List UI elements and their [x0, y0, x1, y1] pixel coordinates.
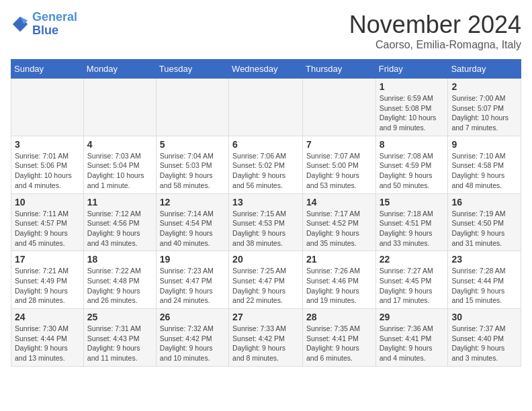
day-number: 9 [451, 139, 517, 150]
header-cell-friday: Friday [375, 60, 448, 79]
calendar-cell: 12Sunrise: 7:14 AM Sunset: 4:54 PM Dayli… [156, 193, 228, 251]
logo-icon [11, 15, 30, 34]
calendar-cell: 13Sunrise: 7:15 AM Sunset: 4:53 PM Dayli… [229, 193, 303, 251]
day-number: 1 [380, 81, 445, 92]
calendar-cell: 26Sunrise: 7:32 AM Sunset: 4:42 PM Dayli… [156, 309, 228, 367]
month-title: November 2024 [349, 11, 521, 39]
day-detail: Sunrise: 7:23 AM Sunset: 4:47 PM Dayligh… [160, 267, 214, 304]
day-detail: Sunrise: 7:01 AM Sunset: 5:06 PM Dayligh… [15, 152, 72, 189]
day-number: 6 [232, 139, 299, 150]
day-number: 23 [451, 254, 517, 265]
day-detail: Sunrise: 7:28 AM Sunset: 4:44 PM Dayligh… [451, 267, 505, 304]
day-detail: Sunrise: 7:18 AM Sunset: 4:51 PM Dayligh… [380, 210, 433, 247]
calendar-cell [303, 79, 376, 136]
day-number: 10 [15, 197, 80, 208]
day-detail: Sunrise: 7:07 AM Sunset: 5:00 PM Dayligh… [306, 152, 360, 189]
day-detail: Sunrise: 7:22 AM Sunset: 4:48 PM Dayligh… [87, 267, 141, 304]
day-detail: Sunrise: 7:25 AM Sunset: 4:47 PM Dayligh… [232, 267, 286, 304]
day-detail: Sunrise: 7:26 AM Sunset: 4:46 PM Dayligh… [306, 267, 360, 304]
calendar-header-row: SundayMondayTuesdayWednesdayThursdayFrid… [11, 60, 521, 79]
day-number: 22 [380, 254, 445, 265]
day-number: 25 [87, 312, 152, 322]
calendar-cell: 22Sunrise: 7:27 AM Sunset: 4:45 PM Dayli… [375, 251, 448, 309]
day-detail: Sunrise: 7:30 AM Sunset: 4:44 PM Dayligh… [15, 324, 69, 362]
header-cell-thursday: Thursday [303, 60, 376, 79]
calendar-cell: 10Sunrise: 7:11 AM Sunset: 4:57 PM Dayli… [11, 193, 84, 251]
header-cell-monday: Monday [83, 60, 156, 79]
calendar-cell [229, 79, 303, 136]
calendar-cell [83, 79, 156, 136]
day-detail: Sunrise: 7:21 AM Sunset: 4:49 PM Dayligh… [15, 267, 69, 304]
header-cell-sunday: Sunday [11, 60, 84, 79]
day-detail: Sunrise: 7:14 AM Sunset: 4:54 PM Dayligh… [160, 210, 214, 247]
day-detail: Sunrise: 7:32 AM Sunset: 4:42 PM Dayligh… [160, 324, 214, 362]
day-detail: Sunrise: 7:10 AM Sunset: 4:58 PM Dayligh… [451, 152, 505, 189]
day-detail: Sunrise: 7:04 AM Sunset: 5:03 PM Dayligh… [160, 152, 214, 189]
location-title: Caorso, Emilia-Romagna, Italy [349, 39, 521, 51]
page-header: General Blue November 2024 Caorso, Emili… [11, 11, 521, 51]
calendar-cell: 28Sunrise: 7:35 AM Sunset: 4:41 PM Dayli… [303, 309, 376, 367]
calendar-cell: 3Sunrise: 7:01 AM Sunset: 5:06 PM Daylig… [11, 136, 84, 193]
day-detail: Sunrise: 7:35 AM Sunset: 4:41 PM Dayligh… [306, 324, 360, 362]
day-number: 5 [160, 139, 225, 150]
day-number: 4 [87, 139, 152, 150]
calendar-cell: 4Sunrise: 7:03 AM Sunset: 5:04 PM Daylig… [83, 136, 156, 193]
calendar-cell: 25Sunrise: 7:31 AM Sunset: 4:43 PM Dayli… [83, 309, 156, 367]
day-detail: Sunrise: 7:06 AM Sunset: 5:02 PM Dayligh… [232, 152, 286, 189]
calendar-cell: 30Sunrise: 7:37 AM Sunset: 4:40 PM Dayli… [448, 309, 521, 367]
day-number: 7 [306, 139, 372, 150]
day-detail: Sunrise: 7:31 AM Sunset: 4:43 PM Dayligh… [87, 324, 141, 362]
day-number: 17 [15, 254, 80, 265]
logo-text: General Blue [32, 11, 77, 38]
calendar-cell: 6Sunrise: 7:06 AM Sunset: 5:02 PM Daylig… [229, 136, 303, 193]
day-detail: Sunrise: 7:37 AM Sunset: 4:40 PM Dayligh… [451, 324, 505, 362]
calendar-week-4: 17Sunrise: 7:21 AM Sunset: 4:49 PM Dayli… [11, 251, 521, 309]
day-number: 24 [15, 312, 80, 322]
calendar-cell: 21Sunrise: 7:26 AM Sunset: 4:46 PM Dayli… [303, 251, 376, 309]
calendar-cell: 5Sunrise: 7:04 AM Sunset: 5:03 PM Daylig… [156, 136, 228, 193]
svg-marker-0 [13, 17, 28, 32]
day-number: 27 [232, 312, 299, 322]
day-number: 3 [15, 139, 80, 150]
calendar-cell: 2Sunrise: 7:00 AM Sunset: 5:07 PM Daylig… [448, 79, 521, 136]
calendar-cell: 17Sunrise: 7:21 AM Sunset: 4:49 PM Dayli… [11, 251, 84, 309]
day-detail: Sunrise: 7:19 AM Sunset: 4:50 PM Dayligh… [451, 210, 505, 247]
calendar-body: 1Sunrise: 6:59 AM Sunset: 5:08 PM Daylig… [11, 79, 521, 367]
calendar-cell: 29Sunrise: 7:36 AM Sunset: 4:41 PM Dayli… [375, 309, 448, 367]
header-cell-saturday: Saturday [448, 60, 521, 79]
calendar-cell: 7Sunrise: 7:07 AM Sunset: 5:00 PM Daylig… [303, 136, 376, 193]
calendar-cell [11, 79, 84, 136]
calendar-cell: 14Sunrise: 7:17 AM Sunset: 4:52 PM Dayli… [303, 193, 376, 251]
day-detail: Sunrise: 7:00 AM Sunset: 5:07 PM Dayligh… [451, 94, 508, 132]
day-detail: Sunrise: 7:27 AM Sunset: 4:45 PM Dayligh… [380, 267, 433, 304]
day-number: 15 [380, 197, 445, 208]
day-number: 21 [306, 254, 372, 265]
calendar-cell: 15Sunrise: 7:18 AM Sunset: 4:51 PM Dayli… [375, 193, 448, 251]
title-block: November 2024 Caorso, Emilia-Romagna, It… [349, 11, 521, 51]
day-number: 19 [160, 254, 225, 265]
calendar-cell: 8Sunrise: 7:08 AM Sunset: 4:59 PM Daylig… [375, 136, 448, 193]
calendar-cell: 18Sunrise: 7:22 AM Sunset: 4:48 PM Dayli… [83, 251, 156, 309]
header-cell-tuesday: Tuesday [156, 60, 228, 79]
calendar-cell: 9Sunrise: 7:10 AM Sunset: 4:58 PM Daylig… [448, 136, 521, 193]
calendar-cell: 27Sunrise: 7:33 AM Sunset: 4:42 PM Dayli… [229, 309, 303, 367]
day-number: 2 [451, 81, 517, 92]
day-detail: Sunrise: 7:15 AM Sunset: 4:53 PM Dayligh… [232, 210, 286, 247]
calendar-cell: 23Sunrise: 7:28 AM Sunset: 4:44 PM Dayli… [448, 251, 521, 309]
calendar-week-5: 24Sunrise: 7:30 AM Sunset: 4:44 PM Dayli… [11, 309, 521, 367]
day-detail: Sunrise: 7:08 AM Sunset: 4:59 PM Dayligh… [380, 152, 433, 189]
day-detail: Sunrise: 7:33 AM Sunset: 4:42 PM Dayligh… [232, 324, 286, 362]
day-number: 20 [232, 254, 299, 265]
day-detail: Sunrise: 7:17 AM Sunset: 4:52 PM Dayligh… [306, 210, 360, 247]
day-detail: Sunrise: 7:12 AM Sunset: 4:56 PM Dayligh… [87, 210, 141, 247]
calendar-table: SundayMondayTuesdayWednesdayThursdayFrid… [11, 59, 521, 367]
day-number: 13 [232, 197, 299, 208]
day-number: 28 [306, 312, 372, 322]
day-number: 26 [160, 312, 225, 322]
day-number: 16 [451, 197, 517, 208]
day-detail: Sunrise: 7:11 AM Sunset: 4:57 PM Dayligh… [15, 210, 69, 247]
calendar-cell: 1Sunrise: 6:59 AM Sunset: 5:08 PM Daylig… [375, 79, 448, 136]
calendar-cell: 20Sunrise: 7:25 AM Sunset: 4:47 PM Dayli… [229, 251, 303, 309]
calendar-week-2: 3Sunrise: 7:01 AM Sunset: 5:06 PM Daylig… [11, 136, 521, 193]
calendar-cell [156, 79, 228, 136]
